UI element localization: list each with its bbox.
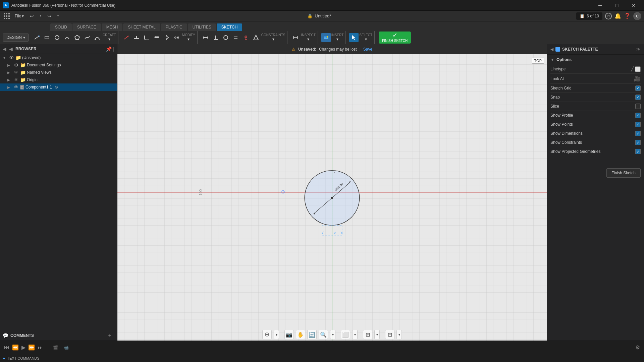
show-projected-row: Show Projected Geometries [550, 147, 641, 156]
circle-tool[interactable] [52, 33, 62, 42]
timeline-icon1[interactable]: 🎬 [51, 344, 59, 352]
parallel-constraint[interactable] [221, 33, 230, 42]
inspect-section-label-group: INSPECT ▾ [301, 34, 315, 42]
grid-dropdown[interactable]: ▾ [374, 330, 380, 339]
offset-tool[interactable] [152, 33, 161, 42]
view-cube-button[interactable]: ⊟ [385, 330, 394, 339]
tab-plastic[interactable]: PLASTIC [161, 23, 187, 31]
redo-dropdown[interactable]: ▾ [54, 12, 62, 20]
options-header[interactable]: ▼ Options [550, 57, 641, 62]
orbit-button[interactable]: 🔄 [307, 330, 317, 339]
undo-button[interactable]: ↩ [28, 12, 36, 20]
prev-button[interactable]: ⏪ [12, 344, 19, 351]
arc-tool[interactable] [62, 33, 72, 42]
linetype-box-icon[interactable]: ⬜ [635, 66, 641, 72]
play-button[interactable]: ▶ [21, 344, 25, 351]
show-constraints-checkbox[interactable] [635, 140, 641, 145]
show-dimensions-row: Show Dimensions [550, 129, 641, 138]
tab-mesh[interactable]: MESH [102, 23, 123, 31]
redo-button[interactable]: ↪ [45, 12, 53, 20]
select-tool[interactable] [349, 33, 359, 42]
browser-pin-button[interactable]: 📌 [106, 46, 112, 52]
display-mode-button[interactable]: ⬜ [341, 330, 350, 339]
undo-dropdown[interactable]: ▾ [37, 12, 45, 20]
show-dimensions-checkbox[interactable] [635, 131, 641, 136]
grid-apps-button[interactable] [3, 12, 11, 20]
user-avatar[interactable]: U [633, 12, 641, 20]
tab-utilities[interactable]: UTILITIES [188, 23, 216, 31]
finish-sketch-button[interactable]: ✓ FINISH SKETCH [379, 32, 411, 44]
palette-expand-side[interactable]: ≫ [636, 47, 641, 52]
add-comment-button[interactable]: + [108, 333, 111, 339]
component-box: □ [20, 85, 24, 89]
save-link[interactable]: Save [363, 47, 372, 52]
grid-button[interactable]: ⊞ [363, 330, 372, 339]
coincident-constraint[interactable] [251, 33, 261, 42]
text-commands-icon[interactable]: ● [3, 356, 5, 361]
polygon-tool[interactable] [72, 33, 82, 42]
palette-collapse-icon[interactable]: ◀ [550, 47, 553, 52]
linetype-solid-icon[interactable]: ╱ [631, 66, 634, 72]
select-section: SELECT ▾ [347, 31, 375, 44]
timeline-icon2[interactable]: 📹 [62, 344, 70, 352]
pan-button[interactable]: ✋ [296, 330, 305, 339]
equal-constraint[interactable] [231, 33, 240, 42]
zoom-button[interactable]: 🔍 [319, 330, 328, 339]
next-button[interactable]: ⏩ [28, 344, 35, 351]
pattern-tool[interactable] [172, 33, 181, 42]
zoom-dropdown[interactable]: ▾ [330, 330, 335, 339]
look-at-icon[interactable]: 🎥 [634, 75, 641, 82]
camera-button[interactable]: 📷 [284, 330, 294, 339]
insert-image-tool[interactable] [321, 33, 331, 42]
browser-item-named-views[interactable]: ▶ 👁 📁 Named Views [0, 69, 117, 76]
timeline-settings-button[interactable]: ⚙ [635, 344, 640, 351]
fillet-tool[interactable] [142, 33, 151, 42]
slice-checkbox[interactable] [635, 104, 641, 109]
sketch-grid-row: Sketch Grid [550, 84, 641, 93]
show-points-checkbox[interactable] [635, 122, 641, 127]
snap-dropdown[interactable]: ▾ [274, 330, 279, 339]
finish-sketch-palette-button[interactable]: Finish Sketch [606, 168, 641, 178]
browser-item-doc-settings[interactable]: ▶ ⚙ 📁 Document Settings [0, 61, 117, 69]
help-button[interactable]: ❓ [624, 13, 631, 19]
tab-sheet-metal[interactable]: SHEET METAL [123, 23, 160, 31]
browser-more-button[interactable]: | [113, 46, 114, 52]
show-profile-checkbox[interactable] [635, 113, 641, 118]
maximize-button[interactable]: □ [609, 0, 625, 11]
notifications-button[interactable]: 🔔 [614, 13, 621, 19]
close-button[interactable]: ✕ [626, 0, 641, 11]
component-target-icon: ⊙ [55, 85, 58, 89]
display-dropdown[interactable]: ▾ [352, 330, 358, 339]
skip-end-button[interactable]: ⏭ [38, 345, 43, 351]
mirror-tool[interactable] [162, 33, 171, 42]
conic-curve-tool[interactable] [93, 33, 102, 42]
skip-start-button[interactable]: ⏮ [4, 345, 9, 351]
tab-surface[interactable]: SURFACE [72, 23, 101, 31]
snap-button[interactable] [262, 330, 272, 339]
trim-tool[interactable] [122, 33, 131, 42]
browser-item-origin[interactable]: ▶ 👁 📁 Origin [0, 76, 117, 83]
show-projected-checkbox[interactable] [635, 149, 641, 154]
rectangle-tool[interactable] [42, 33, 52, 42]
canvas-area[interactable]: ⚠ Unsaved: Changes may be lost | Save TO… [117, 44, 547, 341]
perpendicular-constraint[interactable] [211, 33, 220, 42]
spline-tool[interactable] [83, 33, 92, 42]
line-tool[interactable] [32, 33, 42, 42]
browser-collapse-icon[interactable]: ◀ [3, 46, 6, 52]
insert-section-label-group: INSERT ▾ [331, 34, 344, 42]
sketch-grid-checkbox[interactable] [635, 85, 641, 91]
browser-item-component1[interactable]: ▶ 👁 □ Component1:1 ⊙ [0, 83, 117, 91]
view-cube-dropdown[interactable]: ▾ [396, 330, 402, 339]
file-menu-button[interactable]: File ▾ [13, 13, 26, 19]
extend-tool[interactable] [132, 33, 141, 42]
browser-item-unsaved[interactable]: ▼ 👁 📁 (Unsaved) [0, 54, 117, 61]
horizontal-constraint[interactable] [201, 33, 210, 42]
snap-checkbox[interactable] [635, 95, 641, 100]
tab-solid[interactable]: SOLID [50, 23, 72, 31]
dimension-tool[interactable] [291, 33, 300, 42]
fix-constraint[interactable] [241, 33, 251, 42]
tab-sketch[interactable]: SKETCH [217, 23, 243, 31]
browser-collapse2[interactable]: ◀ [9, 46, 13, 52]
minimize-button[interactable]: ─ [592, 0, 608, 11]
design-button[interactable]: DESIGN ▾ [3, 34, 29, 42]
